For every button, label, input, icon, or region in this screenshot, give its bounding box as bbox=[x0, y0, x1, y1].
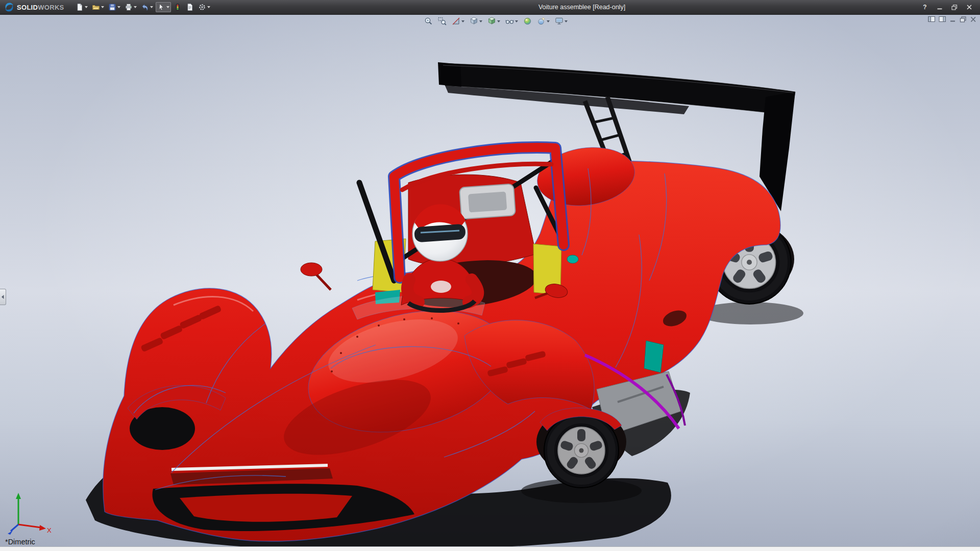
app-logo: SOLIDWORKS bbox=[0, 0, 70, 14]
undo-button[interactable] bbox=[139, 2, 155, 12]
new-document-icon bbox=[76, 3, 84, 11]
select-cursor-icon bbox=[157, 3, 165, 11]
titlebar: SOLIDWORKS bbox=[0, 0, 980, 15]
view-orientation-cube-icon bbox=[470, 17, 478, 26]
edit-appearance-button[interactable] bbox=[522, 16, 533, 27]
undo-icon bbox=[141, 3, 149, 11]
rebuild-traffic-light-icon bbox=[174, 3, 182, 11]
close-icon bbox=[966, 5, 972, 10]
pane-left-icon bbox=[928, 16, 936, 22]
restore-icon bbox=[951, 5, 958, 10]
zoom-to-fit-button[interactable] bbox=[423, 16, 434, 27]
teal-fitting bbox=[567, 255, 578, 263]
graphics-area[interactable]: X *Dimetric bbox=[0, 14, 980, 547]
feature-panel-collapse-tab[interactable] bbox=[0, 289, 6, 305]
minimize-icon bbox=[949, 16, 957, 22]
options-button[interactable] bbox=[197, 2, 212, 12]
document-window-controls bbox=[928, 16, 977, 22]
front-right-wheel[interactable] bbox=[536, 408, 626, 488]
document-title: Voiture assemblee [Read-only] bbox=[219, 4, 944, 11]
dropdown-caret-icon bbox=[515, 20, 518, 22]
pane-toggle-left-button[interactable] bbox=[928, 16, 936, 22]
dropdown-caret-icon bbox=[166, 6, 169, 8]
restore-icon bbox=[960, 16, 967, 22]
doc-restore-button[interactable] bbox=[960, 16, 967, 22]
select-tool-button[interactable] bbox=[156, 2, 171, 12]
heads-up-view-toolbar bbox=[423, 16, 569, 27]
dropdown-caret-icon bbox=[479, 20, 482, 22]
minimize-icon bbox=[937, 5, 943, 10]
viewport-3d-canvas[interactable]: X bbox=[0, 14, 980, 547]
quick-access-toolbar bbox=[74, 0, 212, 14]
open-document-button[interactable] bbox=[90, 2, 106, 12]
save-document-button[interactable] bbox=[107, 2, 122, 12]
hide-show-glasses-icon bbox=[505, 17, 514, 26]
edit-appearance-ball-icon bbox=[523, 17, 532, 26]
dropdown-caret-icon bbox=[134, 6, 137, 8]
options-gear-icon bbox=[198, 3, 206, 11]
apply-scene-button[interactable] bbox=[535, 16, 551, 27]
file-properties-button[interactable] bbox=[184, 2, 195, 12]
display-style-button[interactable] bbox=[486, 16, 502, 27]
status-bar bbox=[0, 546, 980, 551]
pane-toggle-right-button[interactable] bbox=[939, 16, 946, 22]
solidworks-3ds-logo-icon bbox=[4, 2, 14, 12]
close-button[interactable] bbox=[963, 3, 976, 12]
new-document-button[interactable] bbox=[74, 2, 89, 12]
zoom-to-area-icon bbox=[438, 17, 447, 26]
teal-panel bbox=[644, 341, 664, 372]
zoom-to-fit-icon bbox=[424, 17, 433, 26]
dropdown-caret-icon bbox=[547, 20, 550, 22]
window-controls: ? bbox=[918, 3, 980, 12]
close-icon bbox=[970, 16, 977, 22]
file-properties-icon bbox=[186, 3, 194, 11]
restore-button[interactable] bbox=[948, 3, 961, 12]
dropdown-caret-icon bbox=[497, 20, 500, 22]
save-document-icon bbox=[108, 3, 116, 11]
rebuild-button[interactable] bbox=[172, 2, 183, 12]
section-view-icon bbox=[452, 17, 460, 26]
view-orientation-button[interactable] bbox=[468, 16, 484, 27]
print-document-icon bbox=[125, 3, 133, 11]
orientation-triad: X bbox=[8, 493, 52, 535]
apply-scene-icon bbox=[537, 17, 546, 26]
section-view-button[interactable] bbox=[450, 16, 466, 27]
dropdown-caret-icon bbox=[565, 20, 568, 22]
minimize-button[interactable] bbox=[933, 3, 946, 12]
hide-show-items-button[interactable] bbox=[504, 16, 520, 27]
windscreen-housing bbox=[459, 184, 516, 219]
pane-right-icon bbox=[939, 16, 946, 22]
side-mirror-left[interactable] bbox=[301, 263, 331, 290]
dropdown-caret-icon bbox=[117, 6, 120, 8]
display-style-icon bbox=[487, 17, 496, 26]
doc-minimize-button[interactable] bbox=[949, 16, 957, 22]
view-settings-button[interactable] bbox=[553, 16, 569, 27]
view-orientation-label: *Dimetric bbox=[5, 538, 35, 546]
dropdown-caret-icon bbox=[101, 6, 104, 8]
dropdown-caret-icon bbox=[207, 6, 210, 8]
print-document-button[interactable] bbox=[123, 2, 138, 12]
triad-x-label: X bbox=[47, 527, 52, 534]
view-settings-monitor-icon bbox=[555, 17, 564, 26]
help-button[interactable]: ? bbox=[918, 3, 932, 12]
dropdown-caret-icon bbox=[461, 20, 464, 22]
app-name: SOLIDWORKS bbox=[17, 4, 64, 11]
dropdown-caret-icon bbox=[85, 6, 88, 8]
doc-close-button[interactable] bbox=[970, 16, 977, 22]
open-document-icon bbox=[92, 3, 100, 11]
zoom-to-area-button[interactable] bbox=[436, 16, 448, 27]
collapse-arrow-icon bbox=[1, 294, 5, 299]
dropdown-caret-icon bbox=[150, 6, 153, 8]
